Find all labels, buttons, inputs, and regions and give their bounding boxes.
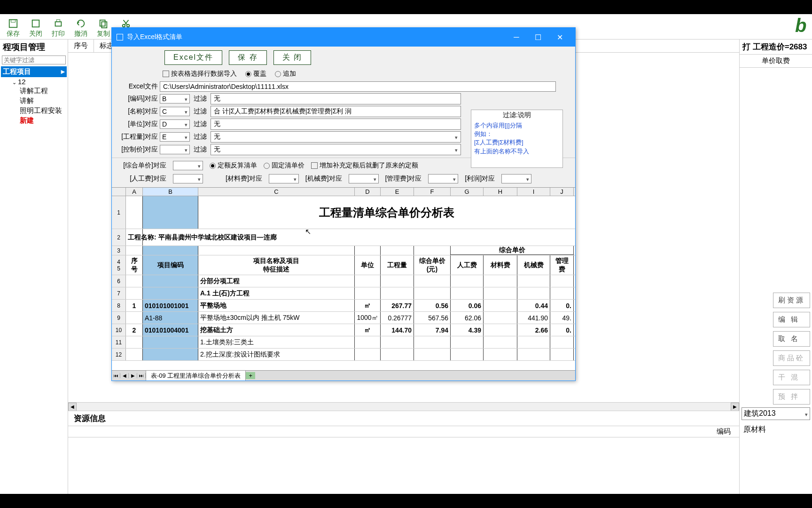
name-filter-input[interactable]: 合 计|Σ人工费|Σ材料费|Σ机械费|Σ管理费|Σ利 润 [211,106,461,117]
code-filter-input[interactable]: 无 [211,93,461,104]
save-button[interactable]: 保存 [2,18,24,38]
concrete-button[interactable]: 商品砼 [773,350,810,366]
file-path-input[interactable]: C:\Users\Administrator\Desktop\11111.xls… [160,81,556,92]
tree-item-new[interactable]: 新建 [18,116,67,126]
unit-filter-input[interactable]: 无 [211,119,461,130]
close-button[interactable]: 关闭 [24,18,47,38]
by-format-checkbox[interactable]: 按表格选择行数据导入 [163,70,237,78]
tree-item[interactable]: 讲解工程 [18,86,67,96]
qty-map-label: [工程量]对应 [119,133,160,141]
type-select[interactable]: 建筑2013 [742,407,810,420]
profit-label: [利润]对应 [465,175,495,183]
close-button[interactable]: ✕ [549,31,570,44]
col-header[interactable]: E [381,188,414,196]
name-map-select[interactable]: C [160,107,190,116]
labor-select[interactable] [173,174,203,183]
mach-select[interactable] [349,174,379,183]
code-map-label: [编码]对应 [119,95,160,103]
sheet-body[interactable]: 1 工程量清单综合单价分析表 2 工程名称: 平南县龚州中学城北校区建设项目—连… [112,196,575,370]
qty-filter-select[interactable]: 无 [211,131,461,143]
name-map-label: [名称]对应 [119,107,160,116]
rename-button[interactable]: 取 名 [773,331,810,347]
cost-title: 打 工程造价=2683 [740,40,812,54]
edit-button[interactable]: 编 辑 [773,312,810,327]
panel-title: 程项目管理 [0,40,68,55]
col-header[interactable]: A [126,188,143,196]
minimize-button[interactable]: ─ [506,31,527,44]
mgmt-label: [管理费]对应 [385,175,422,183]
tree-item[interactable]: ⌄12 [9,77,67,86]
col-header[interactable]: J [550,188,574,196]
ctrl-map-select[interactable] [160,145,190,154]
svg-rect-6 [102,22,107,28]
refresh-res-button[interactable]: 刷资源 [773,293,810,308]
col-header[interactable]: C [198,188,355,196]
save-button[interactable]: 保 存 [229,50,266,65]
quota-radio[interactable]: 定额反算清单 [210,161,257,170]
mgmt-select[interactable] [428,174,458,183]
filter-info-box: 过滤:说明 多个内容用[|]分隔 例如： [Σ人工费|Σ材料费] 有上面的名称不… [471,110,563,168]
premix-button[interactable]: 预 拌 [773,389,810,405]
close-button[interactable]: 关 闭 [273,50,311,65]
unit-map-select[interactable]: D [160,119,190,129]
col-header[interactable]: B [143,188,198,196]
file-label: Excel文件 [119,82,160,91]
drymix-button[interactable]: 干 混 [773,370,810,385]
tree-root[interactable]: 工程项目▸ [1,66,67,77]
filter-input[interactable] [2,56,66,64]
comp-price-select[interactable] [173,161,203,170]
maximize-button[interactable]: ☐ [527,31,549,44]
col-header[interactable]: D [355,188,381,196]
overwrite-radio[interactable]: 覆盖 [245,70,266,78]
undo-button[interactable]: 撤消 [70,18,92,38]
svg-rect-5 [100,20,105,26]
col-header[interactable]: F [414,188,451,196]
scroll-left-icon[interactable]: ◀ [68,403,77,411]
col-header[interactable]: H [484,188,517,196]
mach-label: [机械费]对应 [305,175,342,183]
print-button[interactable]: 打印 [47,18,70,38]
raw-material-label: 原材料 [740,422,812,437]
dialog-title: 导入Excel格式清单 [127,33,506,41]
left-panel: 程项目管理 工程项目▸ ⌄12 讲解工程 讲解 照明工程安装 新建 [0,40,68,508]
add-tab-icon[interactable]: + [246,372,255,379]
res-col-code: 编码 [68,426,739,437]
col-header[interactable]: I [517,188,550,196]
ctrl-map-label: [控制价]对应 [119,145,160,154]
sheet-tab[interactable]: 表-09 工程里清单综合单价分析表 [146,370,246,381]
dialog-titlebar[interactable]: 导入Excel格式清单 ─ ☐ ✕ [112,28,575,47]
sheet-preview[interactable]: A B C D E F G H I J 1 工程量清单综合单价分析表 2 工程名… [112,187,575,381]
code-map-select[interactable]: B [160,94,190,103]
tree-item[interactable]: 照明工程安装 [18,106,67,116]
labor-label: [人工费]对应 [119,175,166,183]
mat-select[interactable] [269,174,299,183]
qty-map-select[interactable]: E [160,132,190,142]
tab-first-icon[interactable]: ⏮ [112,373,120,378]
comp-price-label: [综合单价]对应 [119,161,166,170]
price-fee-header: 单价取费 [740,54,812,68]
side-buttons: 刷资源 编 辑 取 名 商品砼 干 混 预 拌 [773,293,810,405]
svg-rect-3 [55,22,62,26]
scroll-right-icon[interactable]: ▶ [731,403,739,411]
sheet-tabs: ⏮ ◀ ▶ ⏭ 表-09 工程里清单综合单价分析表 + [112,370,575,381]
svg-rect-2 [32,20,39,27]
tab-last-icon[interactable]: ⏭ [137,373,146,378]
tree-item[interactable]: 讲解 [18,96,67,106]
fixed-radio[interactable]: 固定清单价 [264,161,304,170]
h-scrollbar[interactable]: ◀ ▶ [68,402,739,411]
sheet-title: 工程量清单综合单价分析表 [198,196,575,229]
import-excel-dialog: 导入Excel格式清单 ─ ☐ ✕ Excel文件 保 存 关 闭 按表格选择行… [111,27,576,381]
col-corner[interactable] [112,188,126,196]
profit-select[interactable] [501,174,531,183]
dialog-icon [117,34,123,40]
svg-rect-0 [9,20,17,28]
tab-next-icon[interactable]: ▶ [129,373,137,378]
excel-file-button[interactable]: Excel文件 [164,50,222,65]
append-radio[interactable]: 追加 [275,70,296,78]
unit-map-label: [单位]对应 [119,120,160,128]
extra-checkbox[interactable]: 增加补充定额后就删了原来的定额 [311,161,418,170]
project-tree[interactable]: 工程项目▸ ⌄12 讲解工程 讲解 照明工程安装 新建 [0,65,68,508]
col-header[interactable]: G [451,188,484,196]
ctrl-filter-select[interactable]: 无 [211,144,461,155]
tab-prev-icon[interactable]: ◀ [120,373,129,378]
